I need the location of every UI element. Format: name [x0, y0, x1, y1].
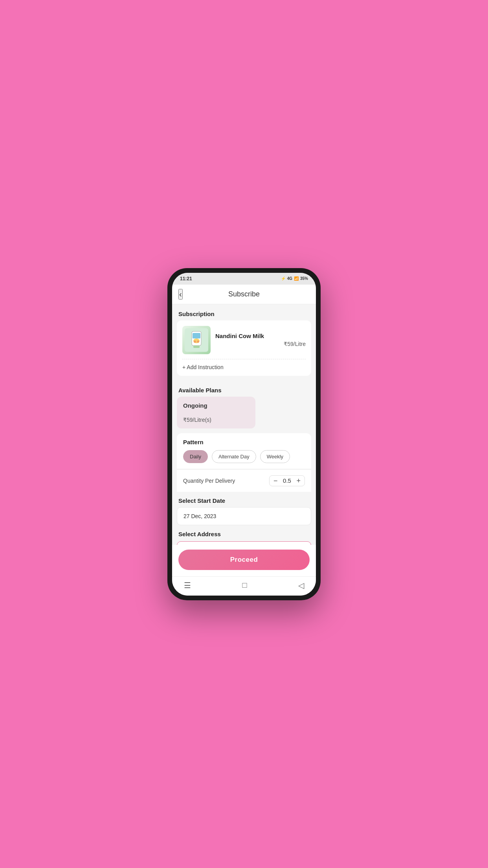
product-card: Nandini Cow Milk ₹59/Litre + Add Instruc…: [177, 320, 311, 376]
time-display: 11:21: [180, 276, 192, 281]
quantity-decrement-button[interactable]: −: [273, 477, 278, 484]
pattern-weekly-button[interactable]: Weekly: [260, 450, 290, 463]
menu-icon[interactable]: ☰: [184, 581, 191, 590]
quantity-section: Quantity Per Delivery − 0.5 +: [177, 469, 311, 492]
status-icons: ⚡ 4G 📶 35%: [281, 276, 308, 281]
pattern-buttons: Daily Alternate Day Weekly: [183, 450, 305, 463]
add-instruction-button[interactable]: + Add Instruction: [182, 364, 306, 370]
subscription-label: Subscription: [172, 304, 316, 320]
pattern-section: Pattern Daily Alternate Day Weekly Quant…: [172, 433, 316, 492]
back-button[interactable]: ‹: [178, 289, 183, 300]
home-icon[interactable]: □: [242, 581, 247, 590]
proceed-button[interactable]: Proceed: [178, 550, 310, 570]
wifi-icon: 📶: [294, 276, 299, 281]
card-divider: [182, 359, 306, 359]
pattern-card: Pattern Daily Alternate Day Weekly: [177, 433, 311, 469]
bottom-bar: Proceed: [172, 545, 316, 576]
quantity-value: 0.5: [282, 477, 292, 484]
navigation-bar: ☰ □ ◁: [172, 576, 316, 596]
svg-point-5: [197, 340, 199, 343]
date-input[interactable]: 27 Dec, 2023: [177, 507, 311, 525]
main-content: Subscription: [172, 304, 316, 545]
svg-point-4: [194, 340, 196, 343]
product-row: Nandini Cow Milk ₹59/Litre: [182, 326, 306, 354]
address-label: Select Address: [177, 525, 311, 541]
network-label: 4G: [287, 276, 292, 281]
pattern-daily-button[interactable]: Daily: [183, 450, 208, 463]
plan-card-ongoing[interactable]: Ongoing ₹59/Litre(s): [177, 397, 255, 428]
signal-icon: ⚡: [281, 276, 286, 281]
plan-name: Ongoing: [183, 402, 249, 409]
page-title: Subscribe: [228, 290, 260, 298]
product-image: [182, 326, 211, 354]
add-address-button[interactable]: Add New Address: [177, 541, 311, 545]
quantity-increment-button[interactable]: +: [296, 477, 301, 484]
plan-price: ₹59/Litre(s): [183, 417, 249, 423]
app-header: ‹ Subscribe: [172, 285, 316, 304]
start-date-label: Select Start Date: [177, 492, 311, 507]
pattern-label: Pattern: [183, 439, 305, 445]
quantity-label: Quantity Per Delivery: [183, 478, 235, 484]
product-price: ₹59/Litre: [215, 341, 306, 347]
product-info: Nandini Cow Milk ₹59/Litre: [215, 333, 306, 347]
pattern-alternate-button[interactable]: Alternate Day: [212, 450, 256, 463]
svg-rect-2: [193, 333, 200, 338]
available-plans-section: Available Plans Ongoing ₹59/Litre(s): [172, 381, 316, 433]
battery-label: 35%: [300, 276, 308, 281]
plans-list: Ongoing ₹59/Litre(s): [172, 397, 316, 433]
product-name: Nandini Cow Milk: [215, 333, 306, 339]
svg-rect-6: [193, 346, 200, 348]
back-nav-icon[interactable]: ◁: [298, 581, 304, 590]
quantity-control: − 0.5 +: [269, 475, 305, 486]
subscription-section: Subscription: [172, 304, 316, 376]
status-bar: 11:21 ⚡ 4G 📶 35%: [172, 273, 316, 285]
available-plans-label: Available Plans: [172, 381, 316, 397]
date-section: Select Start Date 27 Dec, 2023: [172, 492, 316, 525]
address-section: Select Address Add New Address: [172, 525, 316, 545]
